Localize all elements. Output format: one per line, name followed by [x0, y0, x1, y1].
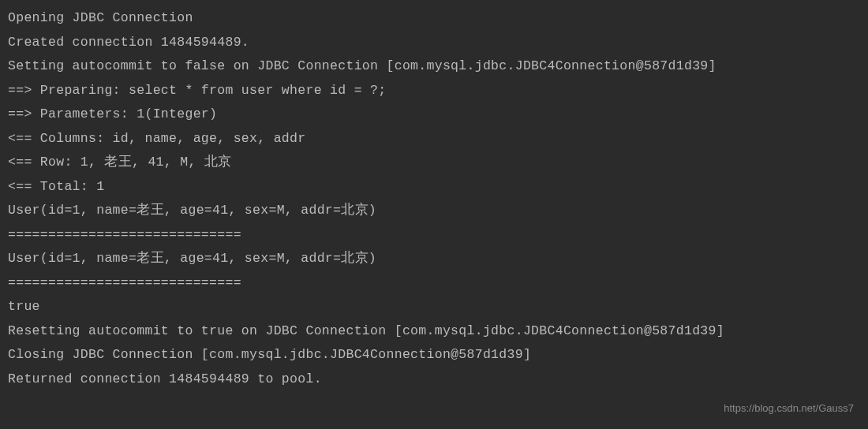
log-line: Created connection 1484594489. — [8, 31, 860, 55]
watermark-text: https://blog.csdn.net/Gauss7 — [724, 399, 854, 418]
log-line: <== Row: 1, 老王, 41, M, 北京 — [8, 151, 860, 175]
console-output: Opening JDBC Connection Created connecti… — [8, 6, 860, 391]
log-line: <== Total: 1 — [8, 175, 860, 200]
log-line: true — [8, 295, 860, 319]
log-line: ============================= — [8, 271, 860, 296]
log-line: User(id=1, name=老王, age=41, sex=M, addr=… — [8, 247, 860, 271]
log-line: Closing JDBC Connection [com.mysql.jdbc.… — [8, 343, 860, 367]
log-line: ============================= — [8, 223, 860, 248]
log-line: Resetting autocommit to true on JDBC Con… — [8, 319, 860, 344]
log-line: Opening JDBC Connection — [8, 6, 860, 31]
log-line: Setting autocommit to false on JDBC Conn… — [8, 54, 860, 79]
log-line: <== Columns: id, name, age, sex, addr — [8, 127, 860, 151]
log-line: ==> Preparing: select * from user where … — [8, 79, 860, 103]
log-line: ==> Parameters: 1(Integer) — [8, 103, 860, 127]
log-line: User(id=1, name=老王, age=41, sex=M, addr=… — [8, 199, 860, 223]
log-line: Returned connection 1484594489 to pool. — [8, 367, 860, 392]
